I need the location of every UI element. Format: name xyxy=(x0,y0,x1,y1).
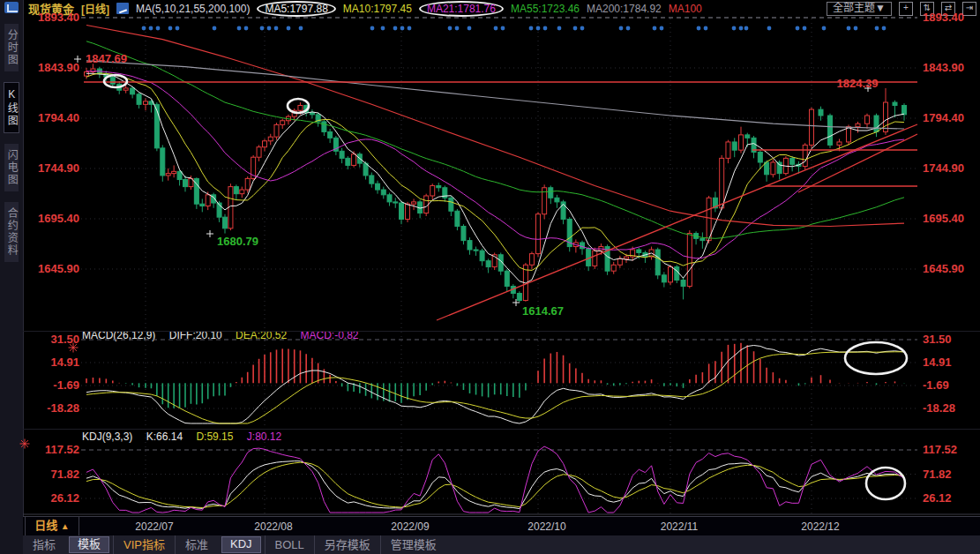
period-tag: [日线] xyxy=(81,1,109,16)
sidebar-item-time-chart[interactable]: 分时图 xyxy=(4,24,19,71)
ma100-value: MA100 xyxy=(669,3,702,15)
ma200-value: MA200:1784.92 xyxy=(587,3,662,15)
scale-horizontal-icon[interactable]: ⇄ xyxy=(941,2,955,16)
kdj-k-value: K:66.14 xyxy=(146,430,183,443)
tab-templates[interactable]: 模板 xyxy=(69,536,109,553)
ma5-value: MA5:1797.88 xyxy=(257,1,335,17)
svg-text:1744.90: 1744.90 xyxy=(923,161,964,175)
kline-chart-icon xyxy=(116,3,129,14)
detach-icon[interactable]: ⇥ xyxy=(962,2,976,16)
period-arrow-icon: ▲ xyxy=(61,521,70,531)
tab-boll[interactable]: BOLL xyxy=(265,535,314,554)
macd-header: MACD(26,12,9) DIFF:20.10 DEA:20.52 MACD:… xyxy=(82,329,370,341)
svg-text:26.12: 26.12 xyxy=(923,491,952,505)
period-selector[interactable]: 日线 ▲ xyxy=(25,517,79,536)
svg-text:1794.40: 1794.40 xyxy=(923,111,964,124)
svg-text:-1.69: -1.69 xyxy=(923,378,949,392)
svg-text:-18.28: -18.28 xyxy=(923,401,955,415)
sidebar-item-kline-chart[interactable]: K线图 xyxy=(4,82,20,133)
chart-app-window: 分时图 K线图 闪电图 合约资料 现货黄金 [日线] MA(5,10,21,55… xyxy=(0,0,980,554)
kdj-header: KDJ(9,3,3) K:66.14 D:59.15 J:80.12 xyxy=(82,430,292,443)
kdj-params-label: KDJ(9,3,3) xyxy=(82,430,132,443)
svg-text:117.52: 117.52 xyxy=(923,443,957,456)
tab-kdj[interactable]: KDJ xyxy=(221,536,261,553)
sidebar-item-lightning-chart[interactable]: 闪电图 xyxy=(4,144,19,191)
ma-settings-label: MA(5,10,21,55,200,100) xyxy=(136,3,250,15)
ma10-value: MA10:1797.45 xyxy=(343,3,412,15)
macd-macd-value: MACD:-0.82 xyxy=(300,329,358,341)
period-label: 日线 xyxy=(34,519,57,532)
tab-save-template[interactable]: 另存模板 xyxy=(314,535,380,554)
svg-text:14.91: 14.91 xyxy=(923,356,952,369)
sidebar-item-contract-info[interactable]: 合约资料 xyxy=(4,202,19,262)
app-logo-icon xyxy=(4,2,19,13)
svg-text:1695.40: 1695.40 xyxy=(923,212,964,225)
move-icon[interactable]: + xyxy=(899,2,913,16)
symbol-title: 现货黄金 xyxy=(28,0,74,17)
scale-vertical-icon[interactable]: ⇅ xyxy=(920,2,934,16)
macd-params-label: MACD(26,12,9) xyxy=(82,329,155,341)
x-axis-status-bar: 日线 ▲ xyxy=(23,516,980,537)
svg-text:1843.90: 1843.90 xyxy=(923,61,964,74)
tab-manage-templates[interactable]: 管理模板 xyxy=(380,535,446,554)
indicator-tab-bar: 指标 模板 VIP指标 标准 KDJ BOLL 另存模板 管理模板 xyxy=(23,535,980,554)
theme-dropdown-button[interactable]: 全部主题▼ xyxy=(827,2,892,16)
macd-diff-value: DIFF:20.10 xyxy=(169,329,222,341)
ma21-value: MA21:1781.76 xyxy=(419,1,504,17)
svg-text:31.50: 31.50 xyxy=(923,333,952,346)
left-sidebar: 分时图 K线图 闪电图 合约资料 xyxy=(0,0,24,554)
chart-header-bar: 现货黄金 [日线] MA(5,10,21,55,200,100) MA5:179… xyxy=(23,0,980,17)
svg-text:1645.90: 1645.90 xyxy=(923,262,964,275)
tab-indicators[interactable]: 指标 xyxy=(23,535,65,554)
ma55-value: MA55:1723.46 xyxy=(511,3,580,15)
tab-standard[interactable]: 标准 xyxy=(175,535,218,554)
tab-vip-indicators[interactable]: VIP指标 xyxy=(113,535,175,554)
kdj-j-value: J:80.12 xyxy=(247,430,281,443)
kdj-d-value: D:59.15 xyxy=(196,430,233,443)
svg-text:71.82: 71.82 xyxy=(923,468,952,481)
macd-dea-value: DEA:20.52 xyxy=(236,329,287,341)
